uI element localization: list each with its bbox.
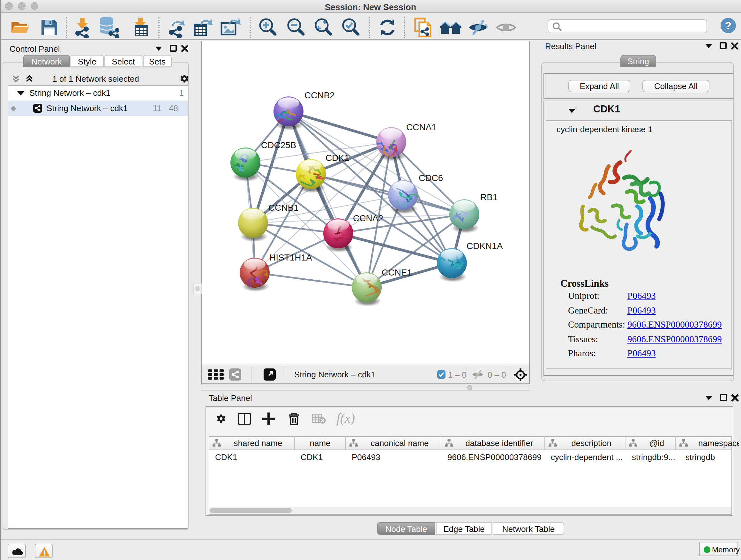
svg-text:CDC6: CDC6 bbox=[419, 173, 443, 183]
svg-text:HIST1H1A: HIST1H1A bbox=[269, 253, 312, 262]
svg-text:CCNB1: CCNB1 bbox=[268, 203, 299, 212]
svg-text:CCNB2: CCNB2 bbox=[305, 90, 335, 100]
svg-text:?: ? bbox=[725, 19, 732, 32]
svg-text:CCNA1: CCNA1 bbox=[406, 122, 436, 132]
svg-text:CDKN1A: CDKN1A bbox=[467, 241, 503, 251]
svg-text:CDK1: CDK1 bbox=[326, 153, 349, 163]
svg-text:CCNE1: CCNE1 bbox=[382, 267, 412, 277]
svg-text:RB1: RB1 bbox=[480, 192, 497, 202]
svg-text:CCNA2: CCNA2 bbox=[353, 213, 383, 223]
svg-text:CDC25B: CDC25B bbox=[261, 140, 296, 150]
